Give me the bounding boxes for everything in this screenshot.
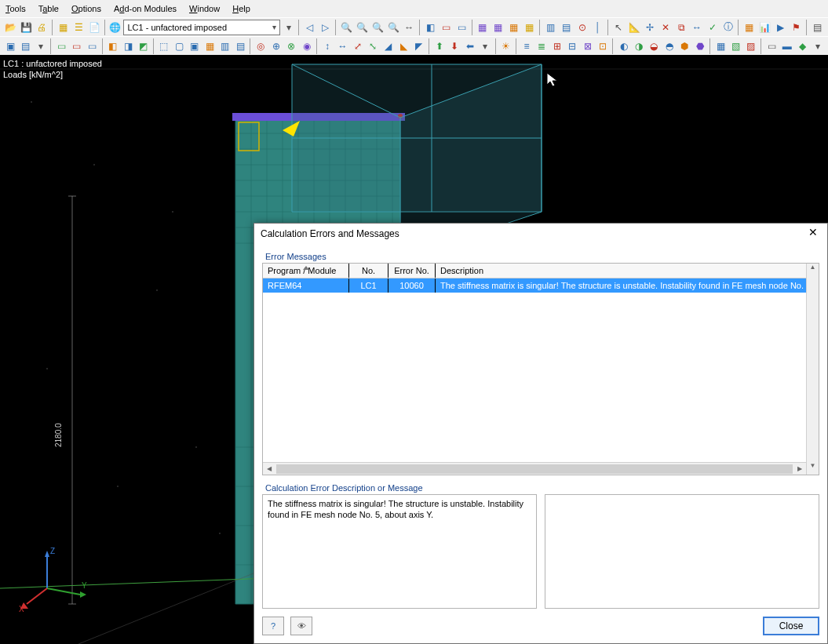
table-row[interactable]: RFEM64 LC1 10060 The stiffness matrix is…	[263, 278, 819, 293]
t2-2-icon[interactable]: ▤	[18, 38, 32, 54]
check-icon[interactable]: ✓	[706, 20, 720, 35]
view-front-icon[interactable]: ▭	[439, 20, 454, 35]
col-description[interactable]: Description	[436, 264, 819, 278]
t2-16-icon[interactable]: ⊕	[269, 38, 283, 54]
t2-26-icon[interactable]: ⬆	[432, 38, 447, 54]
t2-1-icon[interactable]: ▣	[3, 38, 17, 54]
t2-8-icon[interactable]: ◩	[136, 38, 150, 54]
t2-18-icon[interactable]: ◉	[300, 38, 314, 54]
menu-help[interactable]: Help	[231, 2, 252, 15]
t2-44-icon[interactable]: ▨	[744, 38, 758, 54]
t2-17-icon[interactable]: ⊗	[284, 38, 298, 54]
t2-7-icon[interactable]: ◨	[121, 38, 135, 54]
diagram-icon[interactable]: 📊	[757, 20, 772, 35]
render-hidden-icon[interactable]: ▦	[522, 20, 537, 35]
select-icon[interactable]: ↖	[611, 20, 626, 35]
t2-34-icon[interactable]: ⊠	[581, 38, 595, 54]
doc-icon[interactable]: 📄	[87, 20, 102, 35]
menu-table[interactable]: Table	[37, 2, 60, 15]
t2-33-icon[interactable]: ⊟	[565, 38, 579, 54]
t2-11-icon[interactable]: ▣	[188, 38, 202, 54]
t2-20-icon[interactable]: ↔	[335, 38, 349, 54]
zoom-icon[interactable]: 🔍	[339, 20, 354, 35]
t2-25-icon[interactable]: ◤	[411, 38, 425, 54]
t2-4-icon[interactable]: ▭	[70, 38, 84, 54]
scroll-track[interactable]	[276, 464, 793, 474]
flag-icon[interactable]: ⚑	[789, 20, 804, 35]
view-button[interactable]: 👁	[290, 617, 312, 635]
print-icon[interactable]: 🖨	[35, 20, 49, 35]
t2-31-icon[interactable]: ≣	[534, 38, 549, 54]
axis-icon[interactable]: ✢	[643, 20, 658, 35]
t2-6-icon[interactable]: ◧	[105, 38, 119, 54]
t2-14-icon[interactable]: ▤	[233, 38, 247, 54]
member-icon[interactable]: │	[590, 20, 605, 35]
t2-28-icon[interactable]: ⬅	[463, 38, 477, 54]
t2-21-icon[interactable]: ⤢	[351, 38, 365, 54]
copy-icon[interactable]: ⧉	[674, 20, 689, 35]
render-solid-icon[interactable]: ▦	[476, 20, 491, 35]
t2-13-icon[interactable]: ▥	[217, 38, 232, 54]
save-icon[interactable]: 💾	[19, 20, 34, 35]
t2-41-icon[interactable]: ⬣	[693, 38, 707, 54]
t2-9-icon[interactable]: ⬚	[157, 38, 171, 54]
t2-32-icon[interactable]: ⊞	[550, 38, 564, 54]
t2-22-icon[interactable]: ⤡	[366, 38, 380, 54]
t2-10-icon[interactable]: ▢	[172, 38, 186, 54]
t2-38-icon[interactable]: ◒	[647, 38, 661, 54]
t2-43-icon[interactable]: ▧	[728, 38, 742, 54]
col-no[interactable]: No.	[349, 264, 388, 278]
scroll-up-icon[interactable]: ▲	[807, 264, 819, 276]
next-icon[interactable]: ▷	[318, 20, 333, 35]
t2-dd2-icon[interactable]: ▾	[478, 38, 492, 54]
t2-23-icon[interactable]: ◢	[381, 38, 396, 54]
measure-icon[interactable]: 📐	[627, 20, 642, 35]
table-icon[interactable]: ▦	[56, 20, 71, 35]
view-top-icon[interactable]: ▭	[454, 20, 469, 35]
menu-options[interactable]: Options	[70, 2, 103, 15]
open-icon[interactable]: 📂	[3, 20, 18, 35]
horizontal-scrollbar[interactable]: ◀ ▶	[263, 462, 806, 475]
prev-icon[interactable]: ◁	[302, 20, 317, 35]
close-button[interactable]: Close	[763, 617, 819, 635]
col-program[interactable]: Program / Module	[263, 264, 349, 278]
info-icon[interactable]: ⓘ	[720, 20, 735, 35]
vertical-scrollbar[interactable]: ▲ ▼	[806, 264, 819, 475]
globe-icon[interactable]: 🌐	[108, 20, 123, 35]
t2-42-icon[interactable]: ▦	[713, 38, 728, 54]
snap-icon[interactable]: ▤	[559, 20, 574, 35]
zoom-fit-icon[interactable]: 🔍	[355, 20, 370, 35]
t2-12-icon[interactable]: ▦	[202, 38, 217, 54]
results-icon[interactable]: ▦	[742, 20, 757, 35]
t2-39-icon[interactable]: ◓	[662, 38, 677, 54]
list-icon[interactable]: ☰	[71, 20, 86, 35]
zoom-window-icon[interactable]: 🔍	[370, 20, 385, 35]
t2-35-icon[interactable]: ⊡	[596, 38, 610, 54]
col-errno[interactable]: Error No.	[388, 264, 436, 278]
menu-window[interactable]: Window	[188, 2, 221, 15]
grid-icon[interactable]: ▥	[543, 20, 558, 35]
move-icon[interactable]: ↔	[690, 20, 705, 35]
t2-30-icon[interactable]: ≡	[520, 38, 534, 54]
render-wire-icon[interactable]: ▦	[491, 20, 505, 35]
delete-icon[interactable]: ✕	[658, 20, 673, 35]
t2-46-icon[interactable]: ▬	[780, 38, 794, 54]
t2-29-icon[interactable]: ☀	[498, 38, 512, 54]
zoom-extents-icon[interactable]: 🔍	[386, 20, 401, 35]
view-iso-icon[interactable]: ◧	[423, 20, 438, 35]
t2-36-icon[interactable]: ◐	[616, 38, 630, 54]
help-button[interactable]: ?	[262, 617, 284, 635]
t2-27-icon[interactable]: ⬇	[447, 38, 461, 54]
t2-37-icon[interactable]: ◑	[632, 38, 646, 54]
dropdown-arrow-icon[interactable]: ▾	[281, 20, 296, 35]
render-shade-icon[interactable]: ▦	[506, 20, 521, 35]
menu-addon[interactable]: Add-on Modules	[112, 2, 178, 15]
t2-45-icon[interactable]: ▭	[764, 38, 779, 54]
close-icon[interactable]: ✕	[805, 226, 821, 242]
node-icon[interactable]: ⊙	[574, 20, 589, 35]
t2-24-icon[interactable]: ◣	[396, 38, 410, 54]
t2-40-icon[interactable]: ⬢	[677, 38, 691, 54]
t2-19-icon[interactable]: ↕	[320, 38, 334, 54]
t2-47-icon[interactable]: ◆	[795, 38, 809, 54]
dialog-titlebar[interactable]: Calculation Errors and Messages ✕	[254, 224, 827, 244]
